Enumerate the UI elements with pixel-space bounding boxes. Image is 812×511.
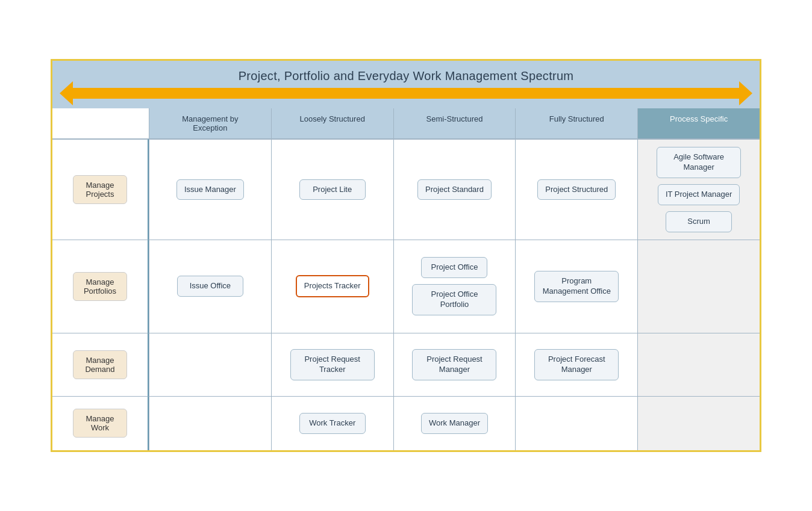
cell-projects-fully: Project Structured xyxy=(515,139,637,240)
col-header-loosely-structured: Loosely Structured xyxy=(271,108,393,138)
item-issue-office[interactable]: Issue Office xyxy=(177,276,243,297)
item-project-lite[interactable]: Project Lite xyxy=(299,179,366,200)
item-projects-tracker[interactable]: Projects Tracker xyxy=(296,275,369,297)
cell-projects-semi: Project Standard xyxy=(393,139,516,240)
item-project-request-manager[interactable]: Project Request Manager xyxy=(412,349,496,380)
item-work-manager[interactable]: Work Manager xyxy=(421,413,488,434)
item-work-tracker[interactable]: Work Tracker xyxy=(299,413,366,434)
row-label-manage-work: ManageWork xyxy=(52,396,149,450)
col-header-mgmt-exception: Management byException xyxy=(149,108,271,138)
cell-demand-loosely: Project Request Tracker xyxy=(271,333,393,396)
cell-portfolios-loosely: Projects Tracker xyxy=(271,240,393,333)
row-label-manage-projects: ManageProjects xyxy=(52,139,149,240)
item-agile-software-manager[interactable]: Agile Software Manager xyxy=(657,147,741,178)
header-section: Project, Portfolio and Everyday Work Man… xyxy=(52,61,760,108)
diagram-title: Project, Portfolio and Everyday Work Man… xyxy=(52,69,760,83)
item-project-office-portfolio[interactable]: Project Office Portfolio xyxy=(412,284,496,315)
cell-portfolios-process xyxy=(637,240,760,333)
col-header-process-specific: Process Specific xyxy=(637,108,760,138)
col-header-fully-structured: Fully Structured xyxy=(515,108,637,138)
cell-work-mgmt-exception xyxy=(149,396,271,450)
cell-demand-semi: Project Request Manager xyxy=(393,333,516,396)
row-manage-demand: ManageDemand Project Request Tracker Pro… xyxy=(52,333,760,396)
item-project-request-tracker[interactable]: Project Request Tracker xyxy=(290,349,375,380)
item-project-office[interactable]: Project Office xyxy=(421,257,487,278)
item-issue-manager[interactable]: Issue Manager xyxy=(176,179,244,200)
column-headers: Management byException Loosely Structure… xyxy=(52,108,760,139)
cell-work-loosely: Work Tracker xyxy=(271,396,393,450)
row-manage-projects: ManageProjects Issue Manager Project Lit… xyxy=(52,139,760,240)
arrow-row xyxy=(52,83,760,105)
cell-work-process xyxy=(637,396,760,450)
item-project-standard[interactable]: Project Standard xyxy=(417,179,492,200)
cell-projects-loosely: Project Lite xyxy=(271,139,393,240)
cell-portfolios-mgmt-exception: Issue Office xyxy=(149,240,271,333)
cell-work-fully xyxy=(515,396,637,450)
col-header-semi-structured: Semi-Structured xyxy=(393,108,516,138)
spectrum-arrow xyxy=(70,88,742,99)
col-header-empty xyxy=(52,108,149,138)
cell-portfolios-semi: Project Office Project Office Portfolio xyxy=(393,240,516,333)
cell-demand-mgmt-exception xyxy=(149,333,271,396)
cell-projects-mgmt-exception: Issue Manager xyxy=(149,139,271,240)
cell-projects-process: Agile Software Manager IT Project Manage… xyxy=(637,139,760,240)
row-manage-portfolios: ManagePortfolios Issue Office Projects T… xyxy=(52,240,760,333)
row-label-manage-portfolios: ManagePortfolios xyxy=(52,240,149,333)
cell-demand-fully: Project Forecast Manager xyxy=(515,333,637,396)
cell-work-semi: Work Manager xyxy=(393,396,516,450)
diagram-container: Project, Portfolio and Everyday Work Man… xyxy=(51,59,761,452)
cell-demand-process xyxy=(637,333,760,396)
item-project-forecast-manager[interactable]: Project Forecast Manager xyxy=(534,349,619,380)
item-it-project-manager[interactable]: IT Project Manager xyxy=(658,184,740,205)
row-manage-work: ManageWork Work Tracker Work Manager xyxy=(52,396,760,450)
item-project-structured[interactable]: Project Structured xyxy=(537,179,616,200)
cell-portfolios-fully: Program Management Office xyxy=(515,240,637,333)
item-scrum[interactable]: Scrum xyxy=(666,211,732,232)
row-label-manage-demand: ManageDemand xyxy=(52,333,149,396)
item-program-management-office[interactable]: Program Management Office xyxy=(534,271,619,302)
